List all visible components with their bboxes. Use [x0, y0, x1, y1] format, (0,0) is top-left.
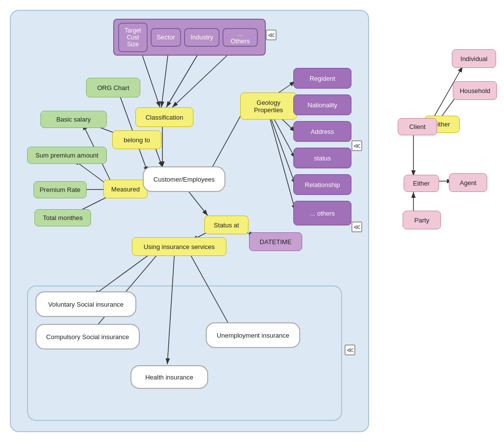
geology-node: Geology Properties [240, 93, 297, 120]
agent-node: Agent [449, 173, 487, 192]
industry-node: Industry [184, 28, 220, 47]
health-node: Health insurance [130, 365, 208, 389]
status-geo-node: status [293, 148, 351, 168]
customer-employees-node: Customer/Employees [143, 166, 225, 192]
measured-node: Measured [103, 180, 148, 198]
datetime-node: DATETIME [249, 232, 302, 251]
nationality-node: Nationality [293, 95, 351, 115]
belong-to-node: belong to [112, 130, 161, 149]
sum-premium-node: Sum premium amount [27, 147, 107, 164]
status-at-node: Status at [204, 216, 249, 234]
geo-col-collapse2[interactable]: ≪ [351, 221, 362, 232]
target-cust-size-node: Target Cust Size [118, 23, 148, 52]
party-node: Party [403, 211, 441, 229]
target-group-box: Target Cust Size Sector Industry ... Oth… [113, 19, 266, 56]
household-node: Household [453, 81, 497, 100]
sector-node: Sector [151, 28, 181, 47]
org-chart-node: ORG Chart [86, 78, 140, 97]
either-pink-node: Either [404, 175, 439, 192]
others-top-node: ... Others [222, 28, 258, 47]
relationship-node: Relationship [293, 174, 351, 195]
premium-rate-node: Premium Rate [33, 181, 87, 198]
client-node: Client [398, 118, 437, 135]
others-geo-node: ... others [293, 201, 351, 225]
insurance-box-collapse[interactable]: ≪ [345, 345, 355, 355]
geo-col-collapse[interactable]: ≪ [351, 140, 362, 151]
regident-node: Regident [293, 68, 351, 89]
classification-node: Classification [135, 107, 193, 127]
canvas: Target Cust Size Sector Industry ... Oth… [0, 0, 504, 442]
unemployment-node: Unemployment insurance [206, 322, 300, 348]
compulsory-node: Compulsory Social insurance [35, 324, 140, 349]
total-monthes-node: Total monthes [34, 209, 91, 226]
basic-salary-node: Basic salary [40, 111, 107, 128]
using-insurance-node: Using insurance services [132, 237, 226, 256]
address-node: Address [293, 121, 351, 142]
voluntary-node: Voluntary Social insurance [35, 291, 136, 317]
target-group-collapse[interactable]: ≪ [266, 30, 277, 40]
individual-node: Individual [452, 49, 496, 68]
